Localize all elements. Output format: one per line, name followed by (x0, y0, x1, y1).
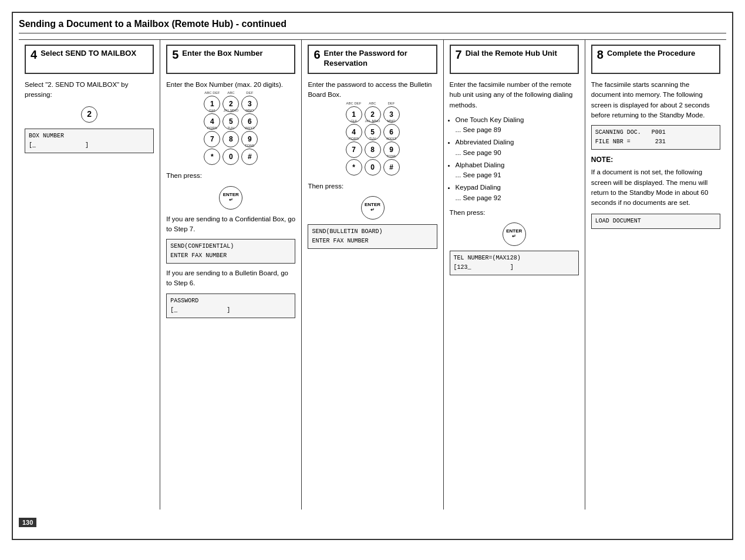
step4-column: 4 Select SEND TO MAILBOX Select "2. SEND… (19, 40, 160, 510)
main-container: Sending a Document to a Mailbox (Remote … (12, 12, 733, 540)
step7-lcd1: TEL NUMBER=(MAX128) [123_ ] (450, 251, 579, 275)
step5-intro: Enter the Box Number (max. 20 digits). (166, 80, 295, 90)
step6-then-press: Then press: (308, 181, 437, 191)
step5-keypad: ABC DEF1 ABC2 DEF3 GHI4 JKL MNO5 MNO6 PQ… (204, 96, 258, 165)
step7-intro: Enter the facsimile number of the remote… (450, 80, 579, 110)
keypad-row4: * 0 TONE# (204, 149, 258, 165)
step8-note-text: If a document is not set, the following … (591, 167, 720, 208)
step4-body: Select "2. SEND TO MAILBOX" by pressing:… (25, 80, 154, 153)
step6-enter-btn[interactable]: ENTER↵ (361, 196, 385, 220)
step4-title: Select SEND TO MAILBOX (41, 49, 136, 59)
step7-number: 7 (456, 49, 462, 60)
step8-lcd1: SCANNING DOC. P001 FILE NBR = 231 (591, 125, 720, 150)
step8-intro: The facsimile starts scanning the docume… (591, 80, 720, 120)
step6-number: 6 (313, 49, 320, 60)
step4-circle-2: 2 (81, 106, 97, 123)
step7-column: 7 Dial the Remote Hub Unit Enter the fac… (444, 40, 585, 510)
step8-title: Complete the Procedure (607, 49, 695, 59)
step5-body: Enter the Box Number (max. 20 digits). A… (166, 80, 295, 318)
step6-key-7[interactable]: PQRS7 (346, 141, 362, 158)
step5-header: 5 Enter the Box Number (166, 45, 295, 74)
step6-key-0[interactable]: 0 (365, 159, 381, 176)
step6-key-hash[interactable]: TONE# (383, 159, 400, 176)
step4-intro: Select "2. SEND TO MAILBOX" by pressing: (25, 80, 154, 100)
columns-container: 4 Select SEND TO MAILBOX Select "2. SEND… (19, 39, 726, 510)
step8-note-label: NOTE: (591, 154, 720, 165)
step8-body: The facsimile starts scanning the docume… (591, 80, 720, 229)
step4-header: 4 Select SEND TO MAILBOX (25, 45, 154, 74)
step4-lcd: BOX NUMBER [_ ] (25, 129, 154, 153)
step5-title: Enter the Box Number (182, 49, 262, 59)
step6-column: 6 Enter the Password for Reservation Ent… (302, 40, 443, 510)
step5-number: 5 (172, 49, 178, 60)
step5-lcd1: SEND(CONFIDENTIAL) ENTER FAX NUMBER (166, 239, 295, 264)
page-title: Sending a Document to a Mailbox (Remote … (19, 19, 726, 33)
key-hash[interactable]: TONE# (241, 149, 258, 165)
step7-bullet-list: One Touch Key Dialing... See page 89 Abb… (456, 115, 579, 203)
step7-enter-btn[interactable]: ENTER↵ (503, 222, 526, 246)
page-number: 130 (19, 518, 36, 527)
step6-body: Enter the password to access the Bulleti… (308, 80, 437, 249)
step7-then-press: Then press: (450, 208, 579, 218)
step6-key-8[interactable]: TUV8 (365, 141, 381, 158)
step8-lcd2: LOAD DOCUMENT (591, 214, 720, 229)
bottom-bar: 130 (19, 512, 726, 527)
step8-number: 8 (597, 49, 604, 60)
step6-header: 6 Enter the Password for Reservation (308, 45, 437, 74)
key-7[interactable]: PQRS7 (204, 131, 220, 147)
step7-header: 7 Dial the Remote Hub Unit (450, 45, 579, 74)
step6-lcd1: SEND(BULLETIN BOARD) ENTER FAX NUMBER (308, 224, 437, 249)
step5-then-press: Then press: (166, 171, 295, 181)
step6-key-star[interactable]: * (346, 159, 362, 176)
step4-number: 4 (31, 49, 37, 60)
step5-column: 5 Enter the Box Number Enter the Box Num… (160, 40, 302, 510)
step6-intro: Enter the password to access the Bulleti… (308, 80, 437, 100)
step7-bullet-2: Abbreviated Dialing... See page 90 (456, 137, 579, 158)
step5-lcd2: PASSWORD [_ ] (166, 294, 295, 318)
step6-keypad-row4: * 0 TONE# (346, 159, 400, 176)
step5-enter-btn[interactable]: ENTER↵ (219, 186, 242, 210)
key-0[interactable]: 0 (223, 149, 239, 165)
key-star[interactable]: * (204, 149, 220, 165)
step8-column: 8 Complete the Procedure The facsimile s… (585, 40, 726, 510)
step8-header: 8 Complete the Procedure (591, 45, 720, 74)
step7-title: Dial the Remote Hub Unit (466, 49, 557, 59)
key-8[interactable]: TUV8 (223, 131, 239, 147)
step7-body: Enter the facsimile number of the remote… (450, 80, 579, 275)
step5-note1: If you are sending to a Confidential Box… (166, 214, 295, 235)
step7-bullet-3: Alphabet Dialing... See page 91 (456, 160, 579, 181)
step7-bullet-4: Keypad Dialing... See page 92 (456, 183, 579, 203)
step6-title: Enter the Password for Reservation (324, 49, 432, 69)
step5-note2: If you are sending to a Bulletin Board, … (166, 268, 295, 289)
step7-bullet-1: One Touch Key Dialing... See page 89 (456, 115, 579, 136)
step6-keypad: ABC DEF1 ABC2 DEF3 GHI4 JKL MNO5 MNO6 PQ… (346, 106, 400, 176)
